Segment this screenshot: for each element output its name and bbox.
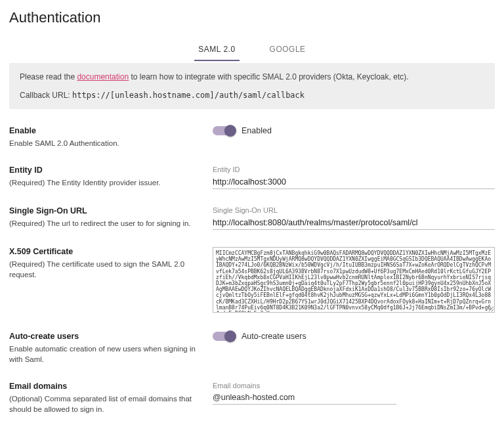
domains-label: Email domains xyxy=(213,382,495,390)
autocreate-title: Auto-create users xyxy=(9,332,200,341)
domains-title: Email domains xyxy=(9,382,200,391)
enable-desc: Enable SAML 2.0 Authentication. xyxy=(9,138,200,148)
autocreate-desc: Enable automatic creation of new users w… xyxy=(9,344,200,365)
cert-title: X.509 Certificate xyxy=(9,247,200,256)
info-box: Please read the documentation to learn h… xyxy=(9,63,495,109)
entity-id-input[interactable] xyxy=(213,175,495,189)
sso-title: Single Sign-On URL xyxy=(9,206,200,215)
sso-desc: (Required) The url to redirect the user … xyxy=(9,218,200,229)
callback-url: https://[unleash.hostname.com]/auth/saml… xyxy=(72,91,304,100)
domains-input[interactable] xyxy=(213,391,396,405)
enable-title: Enable xyxy=(9,126,200,135)
cert-desc: (Required) The certificate used to sign … xyxy=(9,259,200,280)
auth-tabs: SAML 2.0 GOOGLE xyxy=(9,38,495,60)
sso-input[interactable] xyxy=(213,215,495,230)
page-title: Authentication xyxy=(9,9,495,26)
enable-toggle[interactable] xyxy=(213,126,235,135)
domains-desc: (Optional) Comma separated list of email… xyxy=(9,393,200,414)
entity-id-title: Entity ID xyxy=(9,166,200,175)
callback-line: Callback URL: https://[unleash.hostname.… xyxy=(20,91,484,100)
info-text: Please read the documentation to learn h… xyxy=(20,72,484,81)
tab-saml[interactable]: SAML 2.0 xyxy=(194,38,239,60)
autocreate-toggle-label: Auto-create users xyxy=(242,332,306,341)
enable-toggle-label: Enabled xyxy=(242,126,272,135)
entity-id-label: Entity ID xyxy=(213,166,495,173)
autocreate-toggle[interactable] xyxy=(213,332,235,341)
tab-google[interactable]: GOOGLE xyxy=(266,38,310,60)
cert-textarea[interactable] xyxy=(213,247,495,313)
documentation-link[interactable]: documentation xyxy=(77,72,129,81)
entity-id-desc: (Required) The Entity Identity provider … xyxy=(9,177,200,188)
sso-label: Single Sign-On URL xyxy=(213,206,495,214)
